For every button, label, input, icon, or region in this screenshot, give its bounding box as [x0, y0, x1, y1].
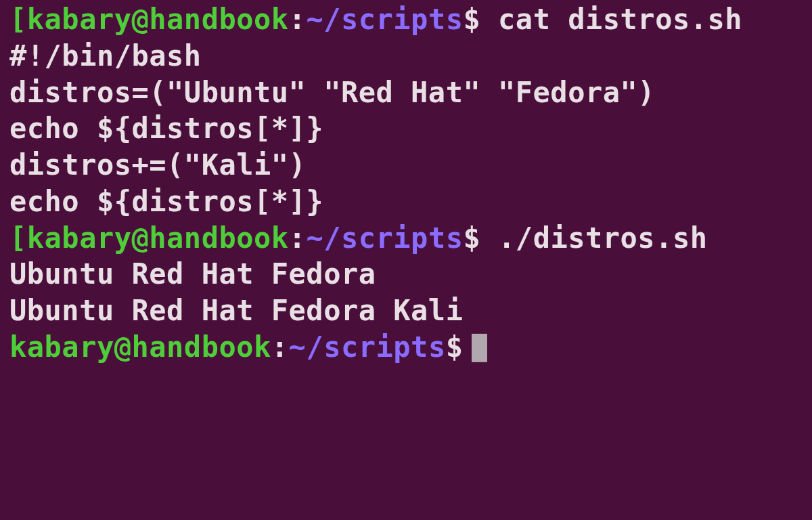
- prompt-bracket: [: [9, 3, 27, 36]
- prompt-dollar: $: [463, 221, 480, 255]
- output-line: Ubuntu Red Hat Fedora Kali: [9, 292, 805, 329]
- output-line: echo ${distros[*]}: [9, 183, 805, 220]
- output-line: Ubuntu Red Hat Fedora: [9, 256, 805, 292]
- output-line: distros+=("Kali"): [9, 147, 805, 183]
- prompt-user-host: kabary@handbook: [9, 330, 271, 364]
- prompt-line: [kabary@handbook:~/scripts$ cat distros.…: [9, 1, 805, 38]
- output-line: #!/bin/bash: [9, 38, 805, 74]
- prompt-path: ~/scripts: [306, 221, 463, 255]
- terminal[interactable]: [kabary@handbook:~/scripts$ cat distros.…: [9, 1, 805, 366]
- prompt-path: ~/scripts: [289, 330, 446, 364]
- output-line: echo ${distros[*]}: [9, 110, 805, 147]
- prompt-line: kabary@handbook:~/scripts$: [9, 329, 805, 366]
- prompt-user-host: kabary@handbook: [27, 221, 289, 255]
- command-text: cat distros.sh: [498, 3, 742, 36]
- prompt-colon: :: [271, 330, 289, 364]
- prompt-dollar: $: [446, 330, 464, 364]
- command-text: ./distros.sh: [498, 221, 707, 255]
- prompt-path: ~/scripts: [306, 3, 463, 36]
- cursor-icon: [472, 334, 487, 362]
- prompt-colon: :: [289, 221, 307, 255]
- output-line: distros=("Ubuntu" "Red Hat" "Fedora"): [9, 74, 805, 111]
- prompt-user-host: kabary@handbook: [27, 3, 289, 36]
- prompt-bracket: [: [9, 221, 27, 255]
- prompt-line: [kabary@handbook:~/scripts$ ./distros.sh: [9, 220, 805, 257]
- prompt-colon: :: [289, 3, 307, 36]
- prompt-dollar: $: [463, 3, 480, 36]
